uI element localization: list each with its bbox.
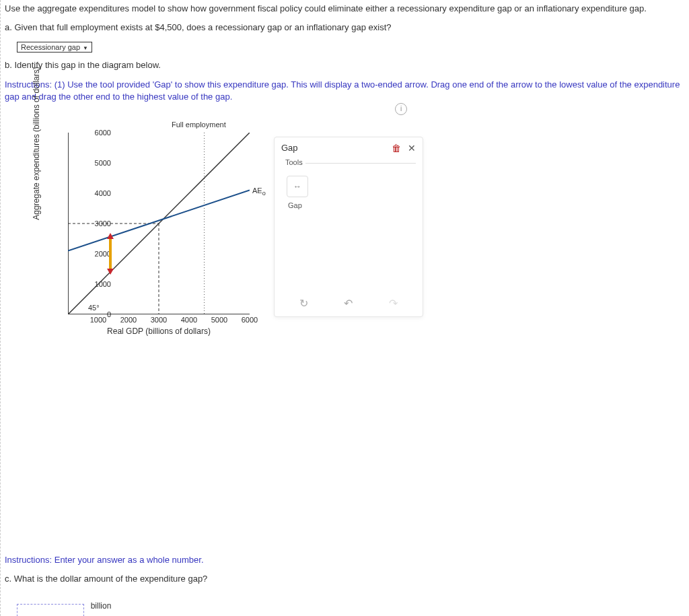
part-b-text: b. Identify this gap in the diagram belo… <box>5 59 689 71</box>
part-a-question: a. Given that full employment exists at … <box>5 22 689 34</box>
full-employment-label: Full employment <box>172 121 226 129</box>
undo-icon[interactable]: ↶ <box>344 297 353 310</box>
trash-icon[interactable]: 🗑 <box>392 143 401 153</box>
tool-panel: Gap 🗑 ✕ Tools ↔ Gap ↻ ↶ ↷ <box>274 137 423 317</box>
y-axis-label: Aggregate expenditures (billions of doll… <box>32 56 41 231</box>
xtick-4000: 4000 <box>176 316 203 324</box>
gap-arrow-icon[interactable] <box>107 233 114 275</box>
xtick-1000: 1000 <box>85 316 112 324</box>
xtick-2000: 2000 <box>115 316 142 324</box>
panel-title: Gap <box>281 143 392 153</box>
gap-tool-label: Gap <box>288 201 416 209</box>
tools-legend: Tools <box>283 158 305 166</box>
info-icon[interactable]: i <box>395 103 407 115</box>
x-axis-label: Real GDP (billions of dollars) <box>68 327 250 336</box>
reset-icon[interactable]: ↻ <box>299 297 308 310</box>
unit-label: billion <box>91 601 112 611</box>
gap-tool-button[interactable]: ↔ <box>287 176 308 197</box>
xtick-6000: 6000 <box>236 316 263 324</box>
plot-svg[interactable] <box>68 133 250 314</box>
gap-type-value: Recessionary gap <box>21 43 80 51</box>
svg-line-18 <box>68 190 250 250</box>
gap-type-select[interactable]: Recessionary gap▼ <box>17 42 92 53</box>
xtick-3000: 3000 <box>145 316 172 324</box>
instructions2-label: Instructions: <box>5 555 52 565</box>
intro-text: Use the aggregate expenditures model to … <box>5 3 689 15</box>
redo-icon[interactable]: ↷ <box>389 297 398 310</box>
chevron-down-icon: ▼ <box>83 45 88 51</box>
instructions-label: Instructions: <box>5 79 52 90</box>
part-c-question: c. What is the dollar amount of the expe… <box>5 573 689 585</box>
double-arrow-icon: ↔ <box>293 182 301 191</box>
instructions-text: (1) Use the tool provided 'Gap' to show … <box>5 79 680 102</box>
expenditure-gap-input[interactable] <box>17 604 84 616</box>
instructions2-text: Enter your answer as a whole number. <box>52 555 203 565</box>
close-icon[interactable]: ✕ <box>408 143 416 153</box>
ae0-label: AEo <box>252 186 266 197</box>
expenditure-chart[interactable]: Aggregate expenditures (billions of doll… <box>25 123 254 339</box>
xtick-5000: 5000 <box>206 316 233 324</box>
